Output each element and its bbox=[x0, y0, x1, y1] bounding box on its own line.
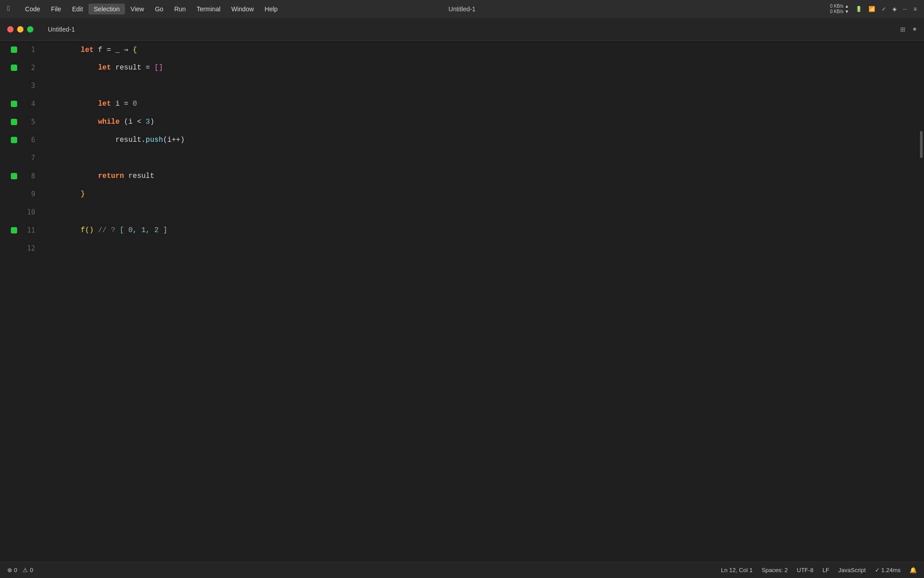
close-button[interactable] bbox=[7, 26, 14, 33]
token-let-1: let bbox=[81, 46, 94, 54]
menu-edit[interactable]: Edit bbox=[67, 4, 88, 14]
code-line-2: 2 let result = [] bbox=[0, 59, 918, 77]
line-number-11: 11 bbox=[21, 226, 39, 234]
token-let-4: let bbox=[98, 100, 111, 108]
breakpoint-gutter-4[interactable] bbox=[7, 101, 21, 107]
scrollbar-thumb[interactable] bbox=[920, 131, 923, 158]
menu-selection[interactable]: Selection bbox=[88, 4, 125, 14]
minimize-button[interactable] bbox=[17, 26, 23, 33]
battery-icon: 🔋 bbox=[855, 6, 862, 12]
token-let-2: let bbox=[98, 64, 111, 72]
breakpoint-5[interactable] bbox=[11, 119, 17, 125]
menu-file[interactable]: File bbox=[46, 4, 67, 14]
line-code-6: result.push(i++) bbox=[39, 128, 185, 152]
breakpoint-2[interactable] bbox=[11, 65, 17, 71]
token-brace-1: { bbox=[133, 46, 137, 54]
network-speed: 0 KB/s ▲0 KB/s ▼ bbox=[830, 4, 849, 14]
token-num-4: 0 bbox=[133, 100, 137, 108]
token-space-2: result = bbox=[111, 64, 154, 72]
breakpoint-gutter-5[interactable] bbox=[7, 119, 21, 125]
token-indent-6 bbox=[81, 136, 116, 144]
menu-bar:  Code File Edit Selection View Go Run T… bbox=[0, 0, 924, 18]
menu-terminal[interactable]: Terminal bbox=[191, 4, 226, 14]
status-line-ending[interactable]: LF bbox=[822, 567, 829, 573]
code-line-6: 6 result.push(i++) bbox=[0, 131, 918, 149]
line-number-6: 6 bbox=[21, 136, 39, 144]
line-code-11: f() // ? [ 0, 1, 2 ] bbox=[39, 218, 167, 242]
breakpoint-gutter-11[interactable] bbox=[7, 227, 21, 233]
menu-run[interactable]: Run bbox=[169, 4, 191, 14]
token-indent-4 bbox=[81, 100, 98, 108]
token-result-6: result. bbox=[116, 136, 146, 144]
token-comment-11: // ? bbox=[94, 226, 120, 234]
status-position[interactable]: Ln 12, Col 1 bbox=[721, 567, 753, 573]
token-paren-5: ) bbox=[150, 118, 154, 126]
menu-go[interactable]: Go bbox=[149, 4, 169, 14]
token-indent-2 bbox=[81, 64, 98, 72]
token-fcall-11: f() bbox=[81, 226, 94, 234]
menu-help[interactable]: Help bbox=[259, 4, 283, 14]
status-encoding[interactable]: UTF-8 bbox=[797, 567, 813, 573]
notification-icon[interactable]: 🔔 bbox=[910, 567, 917, 573]
token-op-1: f = _ bbox=[94, 46, 124, 54]
error-icon: ⊗ bbox=[7, 567, 12, 573]
code-line-11: 11 f() // ? [ 0, 1, 2 ] bbox=[0, 221, 918, 239]
warning-icon: ⚠ bbox=[23, 567, 28, 573]
token-result-8: result bbox=[124, 172, 154, 180]
token-push-6: push bbox=[146, 136, 163, 144]
breakpoint-6[interactable] bbox=[11, 137, 17, 143]
breakpoint-gutter-6[interactable] bbox=[7, 137, 21, 143]
maximize-button[interactable] bbox=[27, 26, 33, 33]
line-number-1: 1 bbox=[21, 46, 39, 54]
token-close-brace-9: } bbox=[81, 190, 85, 198]
active-tab[interactable]: Untitled-1 bbox=[42, 24, 80, 35]
status-timing: ✓ 1.24ms bbox=[875, 567, 901, 573]
wifi-icon: 📶 bbox=[869, 6, 875, 12]
line-number-3: 3 bbox=[21, 82, 39, 90]
line-number-5: 5 bbox=[21, 118, 39, 126]
error-count: 0 bbox=[14, 567, 17, 573]
breakpoint-8[interactable] bbox=[11, 173, 17, 179]
token-space-1 bbox=[128, 46, 133, 54]
apple-icon[interactable]:  bbox=[7, 5, 12, 13]
token-indent-5 bbox=[81, 118, 98, 126]
line-number-10: 10 bbox=[21, 208, 39, 216]
token-result-val-11: [ 0, 1, 2 ] bbox=[120, 226, 167, 234]
breakpoint-4[interactable] bbox=[11, 101, 17, 107]
token-num-5: 3 bbox=[146, 118, 150, 126]
status-spaces[interactable]: Spaces: 2 bbox=[762, 567, 788, 573]
line-number-7: 7 bbox=[21, 154, 39, 162]
unsaved-dot-icon: ● bbox=[912, 25, 917, 33]
token-indent-8 bbox=[81, 172, 98, 180]
airdrop-icon: ◈ bbox=[892, 6, 896, 12]
token-return-8: return bbox=[98, 172, 124, 180]
menu-view[interactable]: View bbox=[125, 4, 149, 14]
ellipsis-icon: ··· bbox=[903, 6, 907, 12]
breakpoint-gutter-8[interactable] bbox=[7, 173, 21, 179]
breakpoint-gutter-2[interactable] bbox=[7, 65, 21, 71]
line-number-12: 12 bbox=[21, 244, 39, 252]
line-number-2: 2 bbox=[21, 64, 39, 72]
status-language[interactable]: JavaScript bbox=[838, 567, 866, 573]
window-title: Untitled-1 bbox=[448, 5, 476, 13]
line-code-2: let result = [] bbox=[39, 56, 163, 80]
code-line-8: 8 return result bbox=[0, 167, 918, 185]
split-editor-icon[interactable]: ⊞ bbox=[901, 24, 906, 34]
token-bracket-2: [] bbox=[154, 64, 163, 72]
token-while-5: while bbox=[98, 118, 120, 126]
check-icon: ✓ bbox=[882, 6, 886, 12]
status-right: Ln 12, Col 1 Spaces: 2 UTF-8 LF JavaScri… bbox=[721, 567, 917, 573]
breakpoint-11[interactable] bbox=[11, 227, 17, 233]
breakpoint-1[interactable] bbox=[11, 47, 17, 53]
line-code-9: } bbox=[39, 182, 85, 206]
breakpoint-gutter-1[interactable] bbox=[7, 47, 21, 53]
menu-window[interactable]: Window bbox=[226, 4, 259, 14]
line-number-8: 8 bbox=[21, 172, 39, 180]
line-number-4: 4 bbox=[21, 100, 39, 108]
scrollbar[interactable] bbox=[918, 41, 924, 564]
menu-code[interactable]: Code bbox=[20, 4, 46, 14]
menu-items: Code File Edit Selection View Go Run Ter… bbox=[20, 4, 830, 14]
status-errors[interactable]: ⊗ 0 ⚠ 0 bbox=[7, 567, 33, 573]
code-editor[interactable]: 1 let f = _ ⇒ { 2 let result = [] 3 bbox=[0, 41, 918, 564]
list-icon: ≡ bbox=[914, 6, 917, 12]
